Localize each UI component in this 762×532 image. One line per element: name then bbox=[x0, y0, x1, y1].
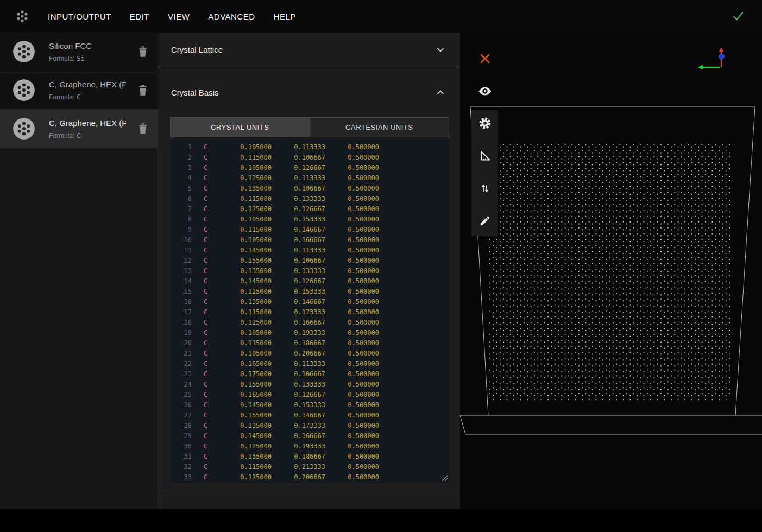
basis-row: 32C0.1150000.2133330.500000 bbox=[170, 462, 449, 472]
pencil-icon bbox=[479, 215, 491, 227]
basis-row: 24C0.1550000.1333330.500000 bbox=[170, 379, 449, 390]
basis-row: 10C0.1050000.1666670.500000 bbox=[170, 235, 449, 245]
basis-row: 6C0.1150000.1333330.500000 bbox=[170, 194, 449, 204]
material-title: C, Graphene, HEX (P bbox=[49, 118, 126, 128]
basis-row: 14C0.1450000.1266670.500000 bbox=[170, 276, 449, 287]
tab-crystal-units[interactable]: CRYSTAL UNITS bbox=[170, 117, 310, 137]
atom-dots bbox=[489, 144, 730, 400]
close-icon bbox=[480, 53, 490, 64]
basis-row: 12C0.1550000.1066670.500000 bbox=[170, 256, 449, 266]
confirm-button[interactable] bbox=[730, 9, 746, 24]
measure-button[interactable] bbox=[478, 149, 492, 162]
editor-resize-handle[interactable] bbox=[442, 475, 448, 482]
basis-row: 15C0.1250000.1533330.500000 bbox=[170, 287, 449, 297]
material-list-item[interactable]: Silicon FCC Formula:Si bbox=[0, 33, 158, 71]
materials-sidebar: Silicon FCC Formula:Si C, Graphene, HEX … bbox=[0, 33, 158, 509]
app-header: INPUT/OUTPUT EDIT VIEW ADVANCED HELP bbox=[0, 0, 762, 33]
chevron-up-icon bbox=[435, 87, 446, 98]
check-icon bbox=[732, 10, 745, 23]
settings-button[interactable] bbox=[478, 117, 492, 130]
trash-icon[interactable] bbox=[137, 122, 149, 135]
menu-item-edit[interactable]: EDIT bbox=[130, 12, 149, 21]
basis-rows: 1C0.1050000.1133330.5000002C0.1150000.10… bbox=[170, 142, 449, 483]
menu-item-help[interactable]: HELP bbox=[274, 12, 296, 21]
material-formula-label: Formula: bbox=[49, 93, 74, 101]
material-formula-value: C bbox=[77, 93, 80, 101]
basis-row: 22C0.1650000.1133330.500000 bbox=[170, 359, 449, 369]
basis-row: 16C0.1350000.1466670.500000 bbox=[170, 297, 449, 307]
menu-item-view[interactable]: VIEW bbox=[168, 12, 190, 21]
basis-row: 3C0.1050000.1266670.500000 bbox=[170, 163, 449, 173]
measure-icon bbox=[478, 149, 492, 162]
app-logo-icon bbox=[14, 8, 30, 24]
axes-gizmo[interactable] bbox=[695, 46, 729, 72]
basis-row: 2C0.1150000.1066670.500000 bbox=[170, 153, 449, 163]
viewer-toolbar bbox=[471, 110, 498, 236]
molecule-avatar-icon bbox=[13, 79, 35, 101]
molecule-avatar-icon bbox=[13, 41, 35, 62]
basis-row: 29C0.1450000.1666670.500000 bbox=[170, 431, 449, 441]
swap-axes-button[interactable] bbox=[478, 182, 492, 195]
trash-icon[interactable] bbox=[137, 84, 149, 97]
edit-structure-button[interactable] bbox=[478, 214, 492, 227]
menu-item-advanced[interactable]: ADVANCED bbox=[208, 12, 255, 21]
basis-units-tabs: CRYSTAL UNITS CARTESIAN UNITS bbox=[170, 117, 449, 137]
material-formula-label: Formula: bbox=[49, 132, 74, 140]
basis-editor[interactable]: 1C0.1050000.1133330.5000002C0.1150000.10… bbox=[170, 139, 449, 483]
basis-row: 11C0.1450000.1133330.500000 bbox=[170, 245, 449, 256]
crystal-basis-section-header[interactable]: Crystal Basis bbox=[158, 67, 460, 117]
basis-row: 27C0.1550000.1466670.500000 bbox=[170, 410, 449, 421]
visibility-button[interactable] bbox=[478, 84, 492, 98]
material-formula-value: C bbox=[77, 132, 80, 140]
basis-row: 1C0.1050000.1133330.500000 bbox=[170, 142, 449, 153]
crystal-lattice-section-header[interactable]: Crystal Lattice bbox=[158, 33, 460, 67]
cell-wireframe bbox=[460, 107, 762, 434]
basis-row: 17C0.1150000.1733330.500000 bbox=[170, 307, 449, 318]
eye-icon bbox=[478, 84, 492, 98]
tab-cartesian-units[interactable]: CARTESIAN UNITS bbox=[310, 117, 450, 137]
material-list-item-selected[interactable]: C, Graphene, HEX (P Formula:C bbox=[0, 110, 158, 148]
basis-row: 31C0.1350000.1866670.500000 bbox=[170, 452, 449, 462]
molecule-avatar-icon bbox=[13, 118, 35, 140]
basis-row: 4C0.1250000.1133330.500000 bbox=[170, 173, 449, 183]
material-list-item[interactable]: C, Graphene, HEX (P Formula:C bbox=[0, 71, 158, 110]
material-formula-label: Formula: bbox=[49, 55, 74, 62]
menu-item-input-output[interactable]: INPUT/OUTPUT bbox=[48, 12, 111, 21]
section-title: Crystal Lattice bbox=[171, 45, 223, 54]
close-viewer-button[interactable] bbox=[478, 52, 492, 66]
viewer-canvas[interactable] bbox=[460, 33, 762, 509]
basis-row: 5C0.1350000.1066670.500000 bbox=[170, 183, 449, 194]
material-title: Silicon FCC bbox=[49, 41, 126, 50]
basis-row: 7C0.1250000.1266670.500000 bbox=[170, 204, 449, 214]
basis-row: 25C0.1650000.1266670.500000 bbox=[170, 390, 449, 400]
basis-row: 20C0.1150000.1866670.500000 bbox=[170, 338, 449, 349]
basis-row: 9C0.1150000.1466670.500000 bbox=[170, 225, 449, 235]
basis-row: 8C0.1050000.1533330.500000 bbox=[170, 214, 449, 225]
basis-row: 26C0.1450000.1533330.500000 bbox=[170, 400, 449, 410]
basis-row: 19C0.1050000.1933330.500000 bbox=[170, 328, 449, 338]
gear-icon bbox=[478, 116, 492, 130]
material-formula-value: Si bbox=[77, 55, 84, 62]
structure-editor-panel: Crystal Lattice Crystal Basis CRYSTAL UN… bbox=[158, 33, 460, 509]
basis-row: 21C0.1050000.2066670.500000 bbox=[170, 349, 449, 359]
material-title: C, Graphene, HEX (P bbox=[49, 80, 126, 89]
basis-row: 23C0.1750000.1066670.500000 bbox=[170, 369, 449, 379]
basis-row: 18C0.1250000.1666670.500000 bbox=[170, 318, 449, 328]
swap-vertical-icon bbox=[478, 182, 492, 195]
footer-bar bbox=[0, 509, 762, 532]
section-title: Crystal Basis bbox=[171, 88, 219, 97]
basis-row: 30C0.1250000.1933330.500000 bbox=[170, 441, 449, 452]
basis-row: 13C0.1350000.1333330.500000 bbox=[170, 266, 449, 276]
menu-bar: INPUT/OUTPUT EDIT VIEW ADVANCED HELP bbox=[48, 12, 296, 21]
basis-row: 28C0.1350000.1733330.500000 bbox=[170, 421, 449, 431]
panel-divider bbox=[158, 495, 460, 495]
chevron-down-icon bbox=[435, 45, 446, 55]
basis-row: 33C0.1250000.2066670.500000 bbox=[170, 472, 449, 483]
trash-icon[interactable] bbox=[137, 45, 149, 58]
viewer-panel[interactable] bbox=[460, 33, 762, 509]
